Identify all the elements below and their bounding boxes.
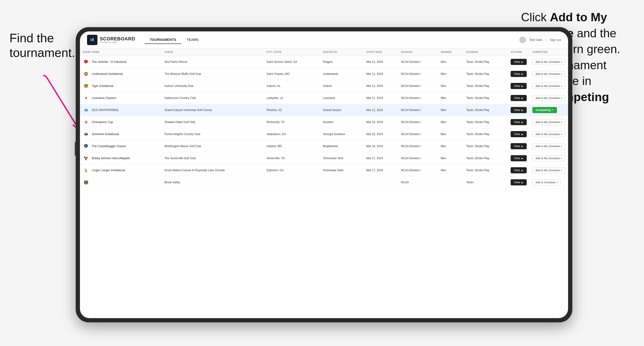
- view-button[interactable]: View ▶: [510, 107, 527, 113]
- city-cell: Auburn, AL: [264, 80, 320, 92]
- table-row: 🦌 Linger Longer Invitational Great Water…: [80, 164, 568, 176]
- table-row: ⚙ Champions Cup Shadow Hawk Golf Club Ri…: [80, 116, 568, 128]
- city-cell: Urbana, MD: [264, 140, 320, 152]
- team-logo: 🦁: [83, 71, 90, 77]
- add-to-schedule-button[interactable]: Add to My Schedule +: [532, 95, 565, 101]
- actions-cell: View ▶: [508, 80, 530, 92]
- table-container: EVENT NAME VENUE CITY, STATE HOSTED BY S…: [80, 48, 568, 318]
- add-to-schedule-button[interactable]: Add to My Schedule +: [532, 167, 565, 173]
- scoring-cell: Team, Stroke Play: [464, 140, 508, 152]
- city-cell: Lafayette, LA: [264, 92, 320, 104]
- view-button[interactable]: View ▶: [510, 155, 527, 161]
- tab-teams[interactable]: TEAMS: [182, 36, 204, 44]
- view-button[interactable]: View ▶: [510, 167, 527, 173]
- actions-cell: View ▶: [508, 128, 530, 140]
- view-button[interactable]: View ▶: [510, 59, 527, 65]
- date-cell: Mar 17, 2024: [364, 164, 398, 176]
- venue-cell: Grand Canyon University Golf Course: [162, 104, 264, 116]
- event-name-cell: 🐻: [80, 176, 162, 188]
- play-icon: ▶: [522, 109, 524, 112]
- actions-cell: View ▶: [508, 68, 530, 80]
- division-cell: NCAA Division I: [398, 164, 438, 176]
- event-name-cell: 🦁 Lindenwood Invitational: [80, 68, 162, 80]
- sign-out-link[interactable]: Sign out: [550, 38, 561, 42]
- team-logo: 🅑: [83, 143, 90, 150]
- event-name-cell: 🦌 Linger Longer Invitational: [80, 164, 162, 176]
- event-name: Linger Longer Invitational: [92, 169, 125, 172]
- division-cell: NCAA Division I: [398, 116, 438, 128]
- city-cell: Phoenix, AZ: [264, 104, 320, 116]
- team-logo: 🏔: [83, 107, 90, 113]
- event-name: Louisiana Classics: [92, 96, 116, 100]
- actions-cell: View ▶: [508, 164, 530, 176]
- date-cell: [364, 176, 398, 188]
- hosted-cell: Binghamton: [320, 140, 364, 152]
- table-row: 🏔 GCU INVITATIONAL Grand Canyon Universi…: [80, 104, 568, 116]
- table-row: 🏔 Schenkel Invitational Forest Heights C…: [80, 128, 568, 140]
- table-row: ⚜ Louisiana Classics Oakbourne Country C…: [80, 92, 568, 104]
- view-button[interactable]: View ▶: [510, 95, 527, 101]
- date-cell: Mar 11, 2024: [364, 92, 398, 104]
- tab-tournaments[interactable]: TOURNAMENTS: [144, 36, 182, 44]
- table-row: 🅡 The Johnnie - O Individual Sea Palms R…: [80, 56, 568, 68]
- competing-button[interactable]: Competing ✓: [532, 107, 557, 113]
- col-hosted: HOSTED BY: [320, 48, 364, 56]
- date-cell: Mar 11, 2024: [364, 56, 398, 68]
- view-button[interactable]: View ▶: [510, 143, 527, 149]
- view-button[interactable]: View ▶: [510, 83, 527, 89]
- table-row: 🦁 Lindenwood Invitational The Missouri B…: [80, 68, 568, 80]
- venue-cell: Sea Palms Resort: [162, 56, 264, 68]
- view-button[interactable]: View ▶: [510, 71, 527, 77]
- division-cell: NCAA: [398, 176, 438, 188]
- add-to-schedule-button[interactable]: Add to My Schedule +: [532, 119, 565, 125]
- view-button[interactable]: View ▶: [510, 131, 527, 137]
- scoring-cell: Team, Stroke Play: [464, 68, 508, 80]
- col-competing: COMPETING: [530, 48, 568, 56]
- view-button[interactable]: View ▶: [510, 179, 527, 185]
- svg-rect-4: [92, 38, 94, 41]
- scoring-cell: Team, Stroke Play: [464, 92, 508, 104]
- event-name: Champions Cup: [92, 120, 113, 124]
- venue-cell: Great Waters Course At Reynolds Lake Oco…: [162, 164, 264, 176]
- scoring-cell: Team, Stroke Play: [464, 116, 508, 128]
- add-to-schedule-button[interactable]: Add to My Schedule +: [532, 71, 565, 77]
- add-to-schedule-button[interactable]: Add to My Schedule +: [532, 131, 565, 137]
- tournaments-table: EVENT NAME VENUE CITY, STATE HOSTED BY S…: [80, 48, 568, 188]
- actions-cell: View ▶: [508, 176, 530, 188]
- date-cell: Mar 11, 2024: [364, 68, 398, 80]
- play-icon: ▶: [522, 73, 524, 75]
- add-to-schedule-button[interactable]: Add to My Schedule +: [532, 155, 565, 161]
- actions-cell: View ▶: [508, 56, 530, 68]
- add-to-schedule-button[interactable]: Add to Schedule +: [532, 179, 561, 185]
- add-to-schedule-button[interactable]: Add to My Schedule +: [532, 59, 565, 65]
- play-icon: ▶: [522, 181, 524, 184]
- play-icon: ▶: [522, 121, 524, 124]
- add-to-schedule-button[interactable]: Add to My Schedule +: [532, 83, 565, 89]
- venue-cell: Oakbourne Country Club: [162, 92, 264, 104]
- play-icon: ▶: [522, 61, 524, 63]
- logo-area: SCOREBOARD Powered by clippd: [87, 35, 135, 45]
- event-name: Tiger Invitational: [92, 84, 113, 88]
- venue-cell: Worthington Manor Golf Club: [162, 140, 264, 152]
- gender-cell: Men: [438, 68, 464, 80]
- venue-cell: Auburn University Club: [162, 80, 264, 92]
- nav-tabs: TOURNAMENTS TEAMS: [144, 36, 204, 44]
- actions-cell: View ▶: [508, 104, 530, 116]
- venue-cell: The Sevierville Golf Club: [162, 152, 264, 164]
- view-button[interactable]: View ▶: [510, 119, 527, 125]
- date-cell: Mar 15, 2024: [364, 128, 398, 140]
- competing-cell: Add to My Schedule +: [530, 56, 568, 68]
- play-icon: ▶: [522, 133, 524, 136]
- city-cell: Statesboro, GA: [264, 128, 320, 140]
- competing-cell: Add to My Schedule +: [530, 92, 568, 104]
- add-to-schedule-button[interactable]: Add to My Schedule +: [532, 143, 565, 149]
- date-cell: Mar 16, 2024: [364, 140, 398, 152]
- hosted-cell: Lindenwood: [320, 68, 364, 80]
- col-event-name: EVENT NAME: [80, 48, 162, 56]
- city-cell: Sevierville, TN: [264, 152, 320, 164]
- team-logo: 🦌: [83, 167, 90, 173]
- scoring-cell: Team, Stroke Play: [464, 56, 508, 68]
- competing-cell: Add to My Schedule +: [530, 68, 568, 80]
- competing-cell: Add to My Schedule +: [530, 128, 568, 140]
- logo-text: SCOREBOARD: [100, 36, 135, 41]
